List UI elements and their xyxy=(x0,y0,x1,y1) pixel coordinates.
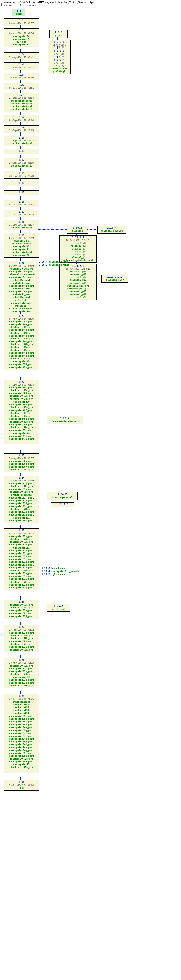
trunk-node-1-19[interactable]: 1.1906-Nov-2001 17:17:59release1_b1relea… xyxy=(4,233,39,258)
trunk-node-1-6[interactable]: 1.606-Jul-2001 16:59:51 xyxy=(4,83,39,91)
branch-node-1-19-2-2-2[interactable]: 1.19.2.2.2 release1_50yr xyxy=(101,275,129,283)
trunk-node-1-8[interactable]: 1.804-Sep-2001 19:33:04 xyxy=(4,115,39,123)
trunk-node-1-30[interactable]: 1.3013-Apr-2007 04:51:04HEAD xyxy=(4,780,39,791)
trunk-node-1-18[interactable]: 1.1831-Oct-2001 16:31:27checkpoint40pre8 xyxy=(4,220,39,230)
trunk-node-1-1[interactable]: 1.109-Mar-2001 17:56:27 xyxy=(4,18,39,26)
trunk-node-1-14[interactable]: 1.14 xyxy=(4,181,39,186)
trunk-node-1-27[interactable]: 1.2723-Feb-2004 21:38:12checkpoint52k_po… xyxy=(4,625,39,652)
trunk-node-1-9[interactable]: 1.911-Sep-2001 20:48:05 xyxy=(4,126,39,133)
trunk-node-1-21[interactable]: 1.2104-Mar-2002 14:31:16checkpoint44i_po… xyxy=(4,314,39,370)
branch-node-1-2-2[interactable]: 1.2.2 pre38 xyxy=(49,30,68,38)
branch-node-1-19-2-2[interactable]: 1.19.2.2 10-Jun-2002 19:52:10 release1_p… xyxy=(59,264,97,300)
root-rev: 1.1 xyxy=(14,10,24,13)
trunk-node-1-29[interactable]: 1.2929-Jul-2004 18:24:25checkpoint58fche… xyxy=(4,694,39,773)
branch-node-1-24-2[interactable]: 1.24.2 branch-genmake2 xyxy=(47,492,78,500)
trunk-node-1-24[interactable]: 1.2425-Jun-2003 18:40:09checkpoint51j_po… xyxy=(4,476,39,523)
branch-node-1-2-2-1[interactable]: 1.2.2.1 14-Mar-2001 21:49:42 xyxy=(48,40,71,50)
branch-label-1-25-4: 1.25.4 checkpoint51n_branch xyxy=(41,570,79,573)
trunk-node-1-13[interactable]: 1.1328-Sep-2001 02:28:20 xyxy=(4,171,39,179)
trunk-node-1-12[interactable]: 1.1228-Sep-2001 16:25:26checkpoint40pre7 xyxy=(4,158,39,168)
trunk-node-1-26[interactable]: 1.26checkpoint52e_precheckpoint52f_prech… xyxy=(4,600,39,619)
branch-node-1-24-2-1[interactable]: 1.24.2.1 xyxy=(51,502,75,508)
branch-node-1-19-2-1[interactable]: 1.19.2.1 26-Feb-2002 16:14:54 release1_p… xyxy=(59,235,97,263)
trunk-node-1-23[interactable]: 1.2329-May-2003 18:56:27checkpoint50h_po… xyxy=(4,453,39,473)
branch-node-1-19-2[interactable]: 1.19.2 release1 xyxy=(67,226,88,234)
trunk-node-1-5[interactable]: 1.529-May-2001 14:02:00 xyxy=(4,73,39,80)
trunk-node-1-4[interactable]: 1.422-May-2001 17:35:17 xyxy=(4,62,39,70)
trunk-node-1-28[interactable]: 1.2828-Mar-2004 00:40:23checkpoint52i_pr… xyxy=(4,658,39,688)
trunk-node-1-15[interactable]: 1.15 xyxy=(4,190,39,196)
branch-node-1-26-2[interactable]: 1.26.2 netcdf-sm0 xyxy=(47,604,70,612)
branch-label-1-20-2: 1.20.2 release1-branch xyxy=(39,264,69,266)
trunk-node-1-20[interactable]: 1.2006-Nov-2001 22:02:49release1_final_v… xyxy=(4,261,39,314)
root-node[interactable]: 1.1 MAIN xyxy=(12,9,25,16)
branch-label-1-25-6: 1.25.6 branch-nonh xyxy=(41,567,67,570)
trunk-node-1-10[interactable]: 1.1011-Sep-2001 04:35:52checkpoint40pre6 xyxy=(4,135,39,146)
revision-tree: 1.1 MAIN 1.109-Mar-2001 17:56:271.209-Ma… xyxy=(1,9,180,980)
revision-stats: Revisions: 30, Branches: 13 xyxy=(1,4,181,6)
trunk-node-1-22[interactable]: 1.2217-Oct-2002 21:02:34checkpoint50c_po… xyxy=(4,380,39,444)
branch-node-1-2-2-3[interactable]: 1.2.2.3 15-Mar-2001 19:47:56 pre38-close… xyxy=(48,58,71,74)
trunk-node-1-16[interactable]: 1.1602-Oct-2001 16:35:42 xyxy=(4,199,39,207)
trunk-node-1-17[interactable]: 1.1717-Oct-2001 14:17:55 xyxy=(4,210,39,217)
root-label: MAIN xyxy=(14,13,24,16)
trunk-node-1-11[interactable]: 1.11 xyxy=(4,149,39,154)
branch-node-1-19-4[interactable]: 1.19.4 release1_coupled xyxy=(97,226,126,234)
trunk-node-1-3[interactable]: 1.321-May-2001 22:38:41 xyxy=(4,52,39,60)
branch-node-1-2-2-2[interactable]: 1.2.2.2 15-Mar-2001 22:44:34 xyxy=(48,49,71,59)
trunk-node-1-25[interactable]: 1.2501-Oct-2003 19:23:23checkpoint52b_po… xyxy=(4,528,39,590)
trunk-node-1-2[interactable]: 1.209-Mar-2001 19:01:26checkpoint38check… xyxy=(4,29,39,48)
branch-label-1-20-4: 1.20.4 release1_final xyxy=(39,261,68,263)
branch-label-1-25-2: 1.25.2 tg2-branch xyxy=(41,573,65,576)
branch-node-1-22-2[interactable]: 1.22.2 branch-exfmods-curt xyxy=(47,416,83,424)
file-path: /home/ubuntu/mnt/e5_copy/MITgcm/verifica… xyxy=(1,1,181,4)
trunk-node-1-7[interactable]: 1.725-Jan-2002 18:22:04checkpoint40pre5c… xyxy=(4,93,39,112)
